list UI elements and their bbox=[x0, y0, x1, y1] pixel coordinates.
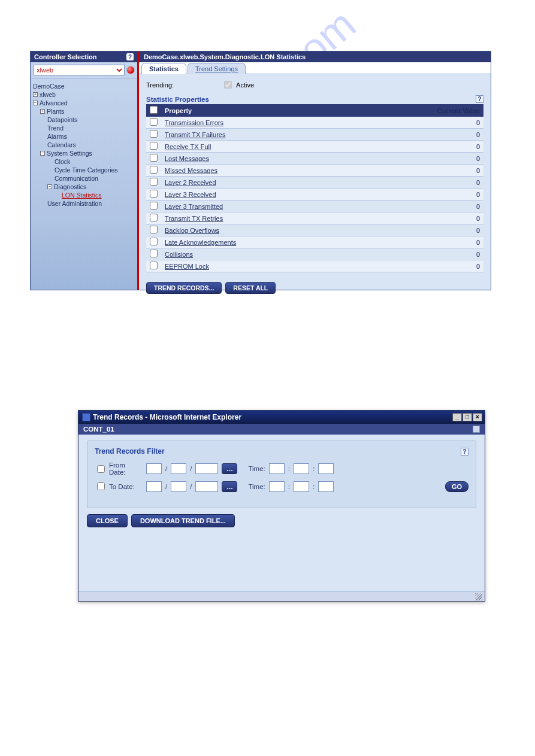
tree-advanced[interactable]: − Advanced bbox=[33, 99, 135, 107]
tree-diagnostics[interactable]: − Diagnostics bbox=[33, 183, 135, 191]
tree-system-settings[interactable]: − System Settings bbox=[33, 149, 135, 157]
row-checkbox[interactable] bbox=[150, 214, 158, 221]
table-row: Late Acknowledgements0 bbox=[146, 236, 483, 248]
table-row: EEPROM Lock0 bbox=[146, 260, 483, 272]
collapse-icon[interactable]: − bbox=[40, 151, 45, 156]
dialog-title: Trend Records - Microsoft Internet Explo… bbox=[93, 413, 241, 421]
controller-app-window: Controller Selection ? xlweb DemoCase + … bbox=[30, 51, 491, 290]
row-checkbox[interactable] bbox=[150, 166, 158, 174]
row-checkbox[interactable] bbox=[150, 190, 158, 198]
row-checkbox[interactable] bbox=[150, 130, 158, 138]
tree-datapoints[interactable]: Datapoints bbox=[33, 116, 135, 124]
tree-xlweb[interactable]: + xlweb bbox=[33, 90, 135, 99]
sidebar: Controller Selection ? xlweb DemoCase + … bbox=[31, 51, 137, 290]
to-date-row: To Date: / / … Time: : : GO bbox=[95, 481, 468, 492]
to-time-mm[interactable] bbox=[294, 481, 309, 492]
trending-row: Trending: Active bbox=[146, 79, 483, 90]
value-cell: 0 bbox=[358, 141, 483, 153]
row-checkbox[interactable] bbox=[150, 262, 158, 269]
tree-user-admin[interactable]: User Administration bbox=[33, 199, 135, 208]
tree-lon-statistics[interactable]: LON Statistics bbox=[33, 191, 135, 199]
row-checkbox[interactable] bbox=[150, 250, 158, 257]
property-link[interactable]: Transmission Errors bbox=[165, 119, 223, 126]
go-button[interactable]: GO bbox=[445, 481, 468, 492]
row-checkbox[interactable] bbox=[150, 142, 158, 150]
property-link[interactable]: Receive TX Full bbox=[165, 143, 211, 150]
value-cell: 0 bbox=[358, 129, 483, 141]
tab-trend-settings[interactable]: Trend Settings bbox=[188, 63, 246, 74]
row-checkbox[interactable] bbox=[150, 178, 158, 186]
tree-alarms[interactable]: Alarms bbox=[33, 132, 135, 141]
row-checkbox[interactable] bbox=[150, 154, 158, 162]
minimize-icon[interactable]: _ bbox=[452, 413, 462, 421]
property-link[interactable]: EEPROM Lock bbox=[165, 263, 209, 270]
help-icon[interactable]: ? bbox=[476, 95, 483, 103]
col-checkbox bbox=[146, 104, 161, 117]
row-checkbox[interactable] bbox=[150, 226, 158, 233]
value-cell: 0 bbox=[358, 189, 483, 201]
from-date-year[interactable] bbox=[195, 463, 218, 474]
tree-clock[interactable]: Clock bbox=[33, 157, 135, 166]
to-date-day[interactable] bbox=[146, 481, 162, 492]
maximize-icon[interactable]: □ bbox=[463, 413, 472, 421]
tree-plants[interactable]: + Plants bbox=[33, 107, 135, 116]
table-row: Transmit TX Retries0 bbox=[146, 212, 483, 224]
property-link[interactable]: Transmit TX Failures bbox=[165, 131, 225, 138]
select-all-checkbox[interactable] bbox=[150, 106, 158, 114]
to-time-hh[interactable] bbox=[269, 481, 285, 492]
tree-communication[interactable]: Communication bbox=[33, 174, 135, 183]
to-date-picker-button[interactable]: … bbox=[222, 481, 237, 492]
property-link[interactable]: Lost Messages bbox=[165, 155, 209, 162]
tree-root[interactable]: DemoCase bbox=[33, 82, 135, 90]
collapse-icon[interactable]: − bbox=[33, 101, 38, 105]
from-date-day[interactable] bbox=[146, 463, 162, 474]
property-link[interactable]: Collisions bbox=[165, 251, 193, 258]
property-link[interactable]: Late Acknowledgements bbox=[165, 239, 236, 246]
row-checkbox[interactable] bbox=[150, 202, 158, 210]
from-date-month[interactable] bbox=[171, 463, 186, 474]
to-date-year[interactable] bbox=[195, 481, 218, 492]
row-checkbox[interactable] bbox=[150, 118, 158, 126]
to-time-ss[interactable] bbox=[318, 481, 334, 492]
from-time-mm[interactable] bbox=[294, 463, 309, 474]
dialog-titlebar: Trend Records - Microsoft Internet Explo… bbox=[78, 411, 485, 424]
from-time-ss[interactable] bbox=[318, 463, 334, 474]
dialog-subheader: CONT_01 bbox=[78, 424, 485, 435]
expand-icon[interactable]: + bbox=[33, 92, 38, 97]
close-icon[interactable]: × bbox=[473, 413, 482, 421]
col-value: Current Value bbox=[358, 104, 483, 117]
value-cell: 0 bbox=[358, 212, 483, 224]
from-time-hh[interactable] bbox=[269, 463, 285, 474]
property-link[interactable]: Layer 2 Received bbox=[165, 179, 216, 186]
tree-cycle-time[interactable]: Cycle Time Categories bbox=[33, 166, 135, 174]
help-icon[interactable]: ? bbox=[461, 448, 468, 456]
close-button[interactable]: CLOSE bbox=[87, 514, 128, 527]
property-link[interactable]: Missed Messages bbox=[165, 167, 217, 174]
help-icon[interactable]: ? bbox=[126, 53, 134, 60]
tree-calendars[interactable]: Calendars bbox=[33, 141, 135, 149]
download-trend-file-button[interactable]: DOWNLOAD TREND FILE... bbox=[131, 514, 235, 527]
value-cell: 0 bbox=[358, 260, 483, 272]
expand-icon[interactable]: + bbox=[40, 109, 45, 114]
property-link[interactable]: Layer 3 Transmitted bbox=[165, 203, 223, 210]
from-date-picker-button[interactable]: … bbox=[222, 463, 237, 474]
row-checkbox[interactable] bbox=[150, 238, 158, 245]
reset-all-button[interactable]: RESET ALL bbox=[225, 282, 276, 294]
trend-records-button[interactable]: TREND RECORDS... bbox=[146, 282, 222, 294]
tree-trend[interactable]: Trend bbox=[33, 124, 135, 132]
dialog-statusbar bbox=[78, 591, 485, 601]
table-row: Transmission Errors0 bbox=[146, 117, 483, 129]
resize-grip-icon[interactable] bbox=[475, 593, 482, 600]
to-date-checkbox[interactable] bbox=[97, 482, 105, 490]
property-link[interactable]: Layer 3 Received bbox=[165, 191, 216, 198]
tab-content: Trending: Active Statistic Properties ? … bbox=[139, 74, 491, 277]
table-row: Backlog Overflows0 bbox=[146, 224, 483, 236]
collapse-icon[interactable]: − bbox=[47, 184, 52, 189]
to-date-month[interactable] bbox=[171, 481, 186, 492]
controller-select[interactable]: xlweb bbox=[34, 65, 125, 75]
property-link[interactable]: Backlog Overflows bbox=[165, 227, 219, 234]
tab-statistics[interactable]: Statistics bbox=[141, 63, 186, 74]
col-property: Property bbox=[161, 104, 358, 117]
property-link[interactable]: Transmit TX Retries bbox=[165, 215, 223, 222]
from-date-checkbox[interactable] bbox=[97, 465, 105, 473]
